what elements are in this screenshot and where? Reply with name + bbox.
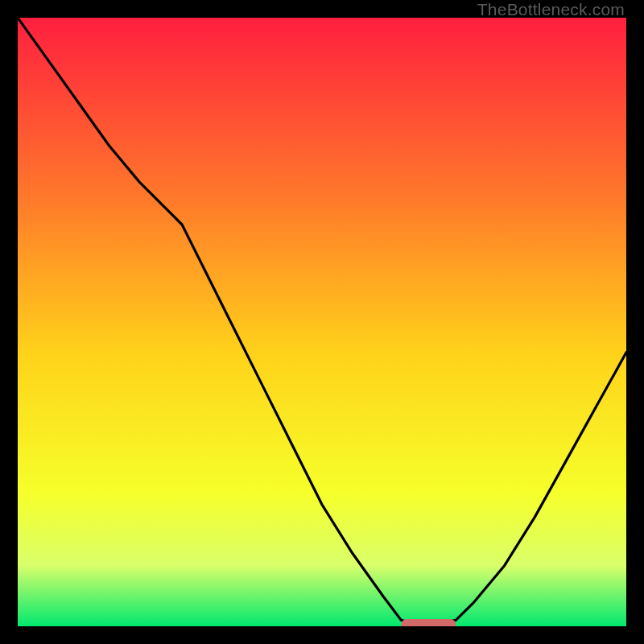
gradient-background <box>18 18 626 626</box>
bottleneck-chart <box>18 18 626 626</box>
chart-frame <box>18 18 626 626</box>
optimal-marker <box>401 619 456 626</box>
watermark-text: TheBottleneck.com <box>477 0 625 19</box>
